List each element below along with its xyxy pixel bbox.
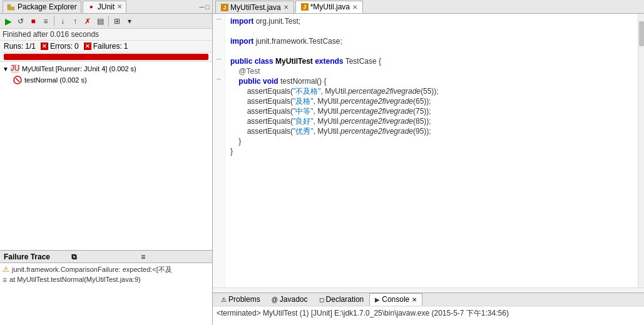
code-line-14[interactable]: } xyxy=(225,146,638,156)
failures-stat: ✕ Failures: 1 xyxy=(84,42,128,51)
main-area: Package Explorer ● JUnit ✕ ─ □ ▶ ↺ ■ ≡ ↓… xyxy=(0,0,644,325)
gutter-4 xyxy=(213,44,225,54)
editor-tab-myutil[interactable]: J *MyUtil.java ✕ xyxy=(295,1,363,13)
console-icon: ▶ xyxy=(375,296,380,303)
code-text: class xyxy=(255,56,273,66)
toolbar-err-only[interactable]: ✗ xyxy=(82,16,93,27)
code-line-5[interactable]: public class MyUtilTest extends TestCase… xyxy=(225,56,638,66)
code-text: public xyxy=(238,76,260,86)
stats-row: Runs: 1/1 ✕ Errors: 0 ✕ Failures: 1 xyxy=(0,41,212,52)
toolbar-rerun-btn[interactable]: ↺ xyxy=(15,16,26,27)
scrollbar-thumb[interactable] xyxy=(639,21,644,46)
code-editor-area: ─ ─ ─ import org.junit.Test; import juni… xyxy=(213,14,644,288)
bottom-tab-javadoc[interactable]: @ Javadoc xyxy=(266,293,314,306)
code-line-11[interactable]: assertEquals("良好", MyUtil.percentage2fiv… xyxy=(225,116,638,126)
failure-trace-header: Failure Trace ⧉ ≡ xyxy=(0,251,212,263)
svg-rect-0 xyxy=(8,4,11,7)
code-text: } xyxy=(230,146,233,156)
errors-stat: ✕ Errors: 0 xyxy=(41,42,79,51)
gutter-13 xyxy=(213,134,225,144)
trace-text-1: junit.framework.ComparisonFailure: expec… xyxy=(12,265,172,274)
code-content[interactable]: import org.junit.Test; import junit.fram… xyxy=(225,14,638,288)
code-text: assertEquals( xyxy=(230,116,293,126)
code-text: percentage2fivegrade xyxy=(340,116,413,126)
code-text: percentage2fivegrade xyxy=(348,86,421,96)
gutter-11 xyxy=(213,114,225,124)
gutter-10 xyxy=(213,104,225,114)
code-line-2[interactable] xyxy=(225,26,638,36)
failure-trace-content: ⚠ junit.framework.ComparisonFailure: exp… xyxy=(0,263,212,325)
code-line-1[interactable]: import org.junit.Test; xyxy=(225,16,638,26)
errors-icon: ✕ xyxy=(41,42,48,50)
vertical-scrollbar[interactable] xyxy=(638,14,644,288)
code-line-13[interactable]: } xyxy=(225,136,638,146)
editor-tab-myutil-close[interactable]: ✕ xyxy=(352,4,357,11)
gutter-9 xyxy=(213,94,225,104)
svg-rect-1 xyxy=(8,7,14,10)
code-line-8[interactable]: assertEquals("不及格", MyUtil.percentage2fi… xyxy=(225,86,638,96)
toolbar-sep1 xyxy=(54,16,54,26)
toolbar-more-btn[interactable]: ▾ xyxy=(124,16,135,27)
failures-label: Failures: xyxy=(93,42,122,51)
tab-junit[interactable]: ● JUnit ✕ xyxy=(83,1,126,13)
code-line-4[interactable] xyxy=(225,46,638,56)
editor-tab-myutiltest[interactable]: J MyUtilTest.java ✕ xyxy=(215,1,294,13)
minimize-btn[interactable]: ─ xyxy=(200,3,205,11)
horizontal-scrollbar[interactable] xyxy=(213,288,644,292)
bottom-tab-declaration[interactable]: ◻ Declaration xyxy=(314,293,370,306)
tree-item-root[interactable]: ▼ JU MyUtilTest [Runner: JUnit 4] (0.002… xyxy=(0,63,212,74)
code-line-6[interactable]: @Test xyxy=(225,66,638,76)
trace-line-1[interactable]: ⚠ junit.framework.ComparisonFailure: exp… xyxy=(3,264,210,275)
editor-tab-myutiltest-icon: J xyxy=(221,4,228,11)
gutter-12 xyxy=(213,124,225,134)
editor-tab-myutiltest-close[interactable]: ✕ xyxy=(284,4,289,11)
junit-tab-close[interactable]: ✕ xyxy=(117,3,122,10)
runs-value: 1/1 xyxy=(25,42,36,51)
gutter-14 xyxy=(213,144,225,154)
tab-package-explorer[interactable]: Package Explorer xyxy=(3,1,81,13)
code-line-12[interactable]: assertEquals("优秀", MyUtil.percentage2fiv… xyxy=(225,126,638,136)
code-text: import xyxy=(230,36,253,46)
bottom-tab-problems[interactable]: ⚠ Problems xyxy=(215,293,266,306)
code-text: @Test xyxy=(230,66,260,76)
toolbar-filter-btn[interactable]: ▤ xyxy=(95,16,106,27)
code-text: , MyUtil. xyxy=(314,116,340,126)
console-tab-close[interactable]: ✕ xyxy=(412,296,417,303)
code-text: assertEquals( xyxy=(230,126,293,136)
toolbar-prev-fail[interactable]: ↑ xyxy=(69,16,81,27)
tree-item-test1[interactable]: testNormal (0.002 s) xyxy=(0,74,212,86)
toolbar-layout-btn[interactable]: ⊞ xyxy=(111,16,123,27)
junit-toolbar: ▶ ↺ ■ ≡ ↓ ↑ ✗ ▤ ⊞ ▾ xyxy=(0,14,212,29)
gutter-8 xyxy=(213,84,225,94)
failure-trace-copy-btn[interactable]: ⧉ xyxy=(71,252,139,261)
code-text: , MyUtil. xyxy=(321,86,348,96)
test-fail-icon xyxy=(13,75,23,85)
tab-junit-label: JUnit xyxy=(98,2,115,11)
failure-trace: Failure Trace ⧉ ≡ ⚠ junit.framework.Comp… xyxy=(0,250,212,325)
failures-value: 1 xyxy=(124,42,128,51)
toolbar-sep2 xyxy=(108,16,109,26)
trace-line-2[interactable]: ≡ at MyUtilTest.testNormal(MyUtilTest.ja… xyxy=(3,275,210,285)
test-tree[interactable]: ▼ JU MyUtilTest [Runner: JUnit 4] (0.002… xyxy=(0,62,212,250)
code-text: public xyxy=(230,56,252,66)
code-text xyxy=(230,76,238,86)
code-line-7[interactable]: public void testNormal() { xyxy=(225,76,638,86)
expand-root[interactable]: ▼ xyxy=(3,66,10,72)
code-line-10[interactable]: assertEquals("中等", MyUtil.percentage2fiv… xyxy=(225,106,638,116)
failure-trace-filter-btn[interactable]: ≡ xyxy=(141,252,208,261)
problems-icon: ⚠ xyxy=(221,296,227,303)
code-text: percentage2fivegrade xyxy=(340,126,413,136)
gutter-7: ─ xyxy=(213,74,225,84)
gutter-6 xyxy=(213,64,225,74)
code-line-9[interactable]: assertEquals("及格", MyUtil.percentage2fiv… xyxy=(225,96,638,106)
bottom-tab-console[interactable]: ▶ Console ✕ xyxy=(369,293,422,306)
failure-trace-title: Failure Trace xyxy=(4,252,71,261)
toolbar-stop-btn[interactable]: ■ xyxy=(28,16,39,27)
code-text: (55)); xyxy=(421,86,439,96)
code-line-3[interactable]: import junit.framework.TestCase; xyxy=(225,36,638,46)
maximize-btn[interactable]: □ xyxy=(205,3,210,11)
toolbar-next-fail[interactable]: ↓ xyxy=(57,16,68,27)
toolbar-run-btn[interactable]: ▶ xyxy=(3,16,14,27)
toolbar-history-btn[interactable]: ≡ xyxy=(40,16,51,27)
trace-warning-icon: ⚠ xyxy=(3,265,9,274)
